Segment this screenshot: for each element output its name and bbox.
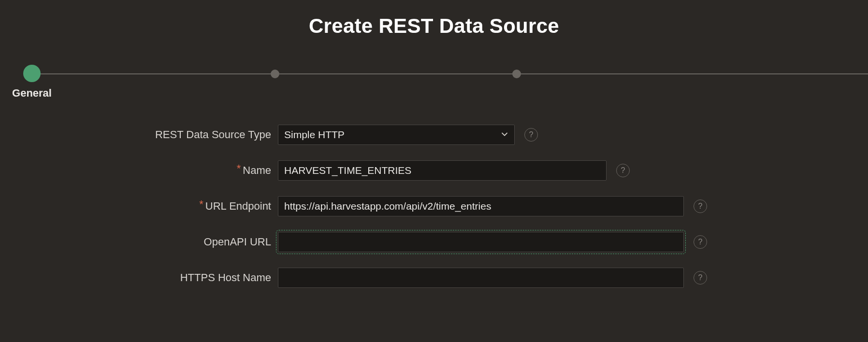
openapi-url-input[interactable] <box>278 232 684 252</box>
row-name: *Name ? <box>0 160 868 181</box>
required-icon: * <box>237 162 241 174</box>
row-https-host-name: HTTPS Host Name ? <box>0 268 868 288</box>
https-host-name-input[interactable] <box>278 268 684 288</box>
row-url-endpoint: *URL Endpoint ? <box>0 196 868 216</box>
chevron-down-icon <box>501 129 508 141</box>
label-name: *Name <box>0 164 278 177</box>
url-endpoint-input[interactable] <box>278 196 684 216</box>
wizard-step-3-node[interactable] <box>512 70 521 78</box>
page-title: Create REST Data Source <box>0 14 868 38</box>
label-rest-type: REST Data Source Type <box>0 128 278 141</box>
wizard-train-line <box>31 73 868 74</box>
row-rest-type: REST Data Source Type Simple HTTP ? <box>0 125 868 145</box>
rest-type-select-value: Simple HTTP <box>284 129 345 141</box>
label-url-endpoint: *URL Endpoint <box>0 200 278 213</box>
form-general: REST Data Source Type Simple HTTP ? *Nam… <box>0 125 868 288</box>
label-openapi-url: OpenAPI URL <box>0 236 278 248</box>
help-icon-openapi-url[interactable]: ? <box>694 235 707 249</box>
name-input[interactable] <box>278 160 607 181</box>
rest-type-select[interactable]: Simple HTTP <box>278 125 515 145</box>
wizard-train: General <box>0 67 868 105</box>
help-icon-https-host-name[interactable]: ? <box>694 271 707 285</box>
help-icon-url-endpoint[interactable]: ? <box>694 200 707 213</box>
wizard-step-general-label: General <box>12 87 52 100</box>
help-icon-name[interactable]: ? <box>616 164 630 177</box>
wizard-step-general-node[interactable] <box>23 65 41 82</box>
required-icon: * <box>199 198 203 210</box>
wizard-step-2-node[interactable] <box>271 70 279 78</box>
label-https-host-name: HTTPS Host Name <box>0 271 278 284</box>
help-icon-rest-type[interactable]: ? <box>524 128 538 142</box>
row-openapi-url: OpenAPI URL ? <box>0 232 868 252</box>
